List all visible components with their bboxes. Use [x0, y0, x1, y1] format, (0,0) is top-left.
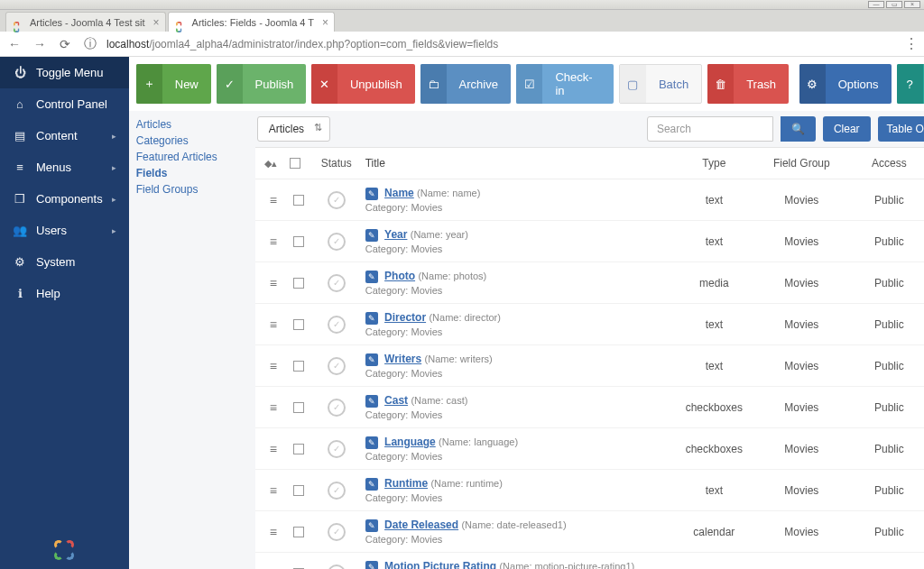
edit-icon[interactable]: ✎: [365, 312, 378, 325]
window-min-icon[interactable]: —: [868, 1, 884, 8]
browser-tab[interactable]: Articles: Fields - Joomla 4 T ×: [168, 12, 336, 32]
submenu-link[interactable]: Fields: [136, 165, 248, 181]
status-toggle[interactable]: ✓: [328, 523, 346, 541]
field-title-link[interactable]: Photo: [384, 270, 415, 282]
table-options-button[interactable]: Table Options ▾: [878, 116, 924, 142]
row-checkbox[interactable]: [293, 319, 304, 330]
field-title-link[interactable]: Date Released: [384, 519, 458, 531]
help-button[interactable]: ?Help: [897, 64, 924, 104]
status-toggle[interactable]: ✓: [328, 191, 346, 209]
drag-handle-icon[interactable]: ≡: [261, 483, 286, 498]
col-title[interactable]: Title: [362, 157, 677, 170]
drag-handle-icon[interactable]: ≡: [261, 359, 286, 373]
status-toggle[interactable]: ✓: [328, 482, 346, 500]
status-toggle[interactable]: ✓: [328, 399, 346, 417]
unpublish-button[interactable]: ✕Unpublish: [311, 64, 415, 104]
select-all-checkbox[interactable]: [290, 158, 300, 169]
edit-icon[interactable]: ✎: [365, 561, 378, 569]
submenu-link[interactable]: Field Groups: [136, 181, 248, 197]
sort-order-header[interactable]: ◆▴: [261, 158, 286, 170]
edit-icon[interactable]: ✎: [365, 271, 378, 283]
col-status[interactable]: Status: [311, 157, 362, 170]
edit-icon[interactable]: ✎: [365, 436, 378, 449]
status-toggle[interactable]: ✓: [328, 357, 346, 375]
edit-icon[interactable]: ✎: [365, 353, 378, 366]
field-title-link[interactable]: Name: [384, 187, 414, 199]
row-checkbox[interactable]: [293, 236, 304, 247]
submenu-link[interactable]: Categories: [136, 133, 248, 149]
new-button[interactable]: ＋New: [136, 64, 211, 104]
edit-icon[interactable]: ✎: [365, 519, 378, 532]
cell-fieldgroup: Movies: [752, 318, 851, 331]
back-icon[interactable]: ←: [5, 35, 23, 53]
edit-icon[interactable]: ✎: [365, 188, 378, 200]
search-input[interactable]: Search: [647, 116, 773, 142]
publish-button[interactable]: ✓Publish: [217, 64, 306, 104]
edit-icon[interactable]: ✎: [365, 478, 378, 491]
window-max-icon[interactable]: ▭: [886, 1, 902, 8]
drag-handle-icon[interactable]: ≡: [261, 276, 286, 290]
row-checkbox[interactable]: [293, 278, 304, 289]
col-fieldgroup[interactable]: Field Group: [752, 157, 851, 170]
field-title-link[interactable]: Writers: [384, 353, 421, 365]
field-title-link[interactable]: Motion Picture Rating: [384, 560, 496, 569]
row-checkbox[interactable]: [293, 485, 304, 496]
sidebar-item[interactable]: ⌂ Control Panel: [0, 88, 129, 120]
field-title-link[interactable]: Runtime: [384, 477, 428, 490]
drag-handle-icon[interactable]: ≡: [261, 234, 286, 249]
clear-button[interactable]: Clear: [823, 116, 871, 142]
checkin-button[interactable]: ☑Check-in: [516, 64, 614, 104]
submenu-link[interactable]: Featured Articles: [136, 149, 248, 165]
drag-handle-icon[interactable]: ≡: [261, 193, 286, 207]
status-toggle[interactable]: ✓: [328, 316, 346, 334]
cell-access: Public: [851, 194, 924, 206]
forward-icon[interactable]: →: [31, 35, 49, 53]
field-title-link[interactable]: Language: [384, 436, 436, 448]
drag-handle-icon[interactable]: ≡: [261, 442, 286, 456]
browser-tab[interactable]: Articles - Joomla 4 Test sit ×: [5, 12, 166, 32]
sidebar-item[interactable]: ≡ Menus ▸: [0, 151, 129, 183]
sidebar-item[interactable]: 👥 Users ▸: [0, 215, 129, 246]
browser-menu-icon[interactable]: ⋮: [904, 35, 919, 52]
col-type[interactable]: Type: [676, 157, 752, 170]
row-checkbox[interactable]: [293, 444, 304, 454]
row-checkbox[interactable]: [293, 195, 304, 206]
archive-button[interactable]: 🗀Archive: [420, 64, 511, 104]
sidebar-toggle[interactable]: ⏻ Toggle Menu: [0, 57, 129, 88]
row-checkbox[interactable]: [293, 361, 304, 372]
field-category: Category: Movies: [365, 451, 673, 462]
edit-icon[interactable]: ✎: [365, 229, 378, 242]
window-close-icon[interactable]: ×: [904, 1, 920, 8]
edit-icon[interactable]: ✎: [365, 395, 378, 408]
submenu-link[interactable]: Articles: [136, 116, 248, 133]
row-checkbox[interactable]: [293, 402, 304, 413]
favicon-icon: [14, 17, 24, 28]
url-field[interactable]: localhost/joomla4_alpha4/administrator/i…: [106, 38, 897, 50]
status-toggle[interactable]: ✓: [328, 440, 346, 458]
field-title-link[interactable]: Cast: [384, 394, 408, 407]
sidebar-item[interactable]: ℹ Help: [0, 278, 129, 309]
search-button[interactable]: 🔍: [781, 116, 816, 142]
info-icon[interactable]: ⓘ: [81, 35, 99, 53]
drag-handle-icon[interactable]: ≡: [261, 525, 286, 539]
row-checkbox[interactable]: [293, 527, 304, 537]
status-toggle[interactable]: ✓: [328, 274, 346, 292]
sidebar-item[interactable]: ❒ Components ▸: [0, 183, 129, 215]
context-select[interactable]: Articles: [257, 116, 330, 142]
drag-handle-icon[interactable]: ≡: [261, 566, 286, 570]
close-icon[interactable]: ×: [322, 16, 328, 29]
drag-handle-icon[interactable]: ≡: [261, 400, 286, 415]
field-title-link[interactable]: Year: [384, 228, 407, 241]
sidebar-item[interactable]: ⚙ System: [0, 246, 129, 278]
close-icon[interactable]: ×: [153, 16, 160, 29]
col-access[interactable]: Access: [851, 157, 924, 170]
field-title-link[interactable]: Director: [384, 311, 426, 324]
drag-handle-icon[interactable]: ≡: [261, 317, 286, 332]
status-toggle[interactable]: ✓: [328, 233, 346, 251]
status-toggle[interactable]: ✓: [328, 564, 346, 570]
reload-icon[interactable]: ⟳: [56, 35, 74, 53]
trash-button[interactable]: 🗑Trash: [707, 64, 789, 104]
batch-button[interactable]: ▢Batch: [619, 64, 702, 104]
sidebar-item[interactable]: ▤ Content ▸: [0, 120, 129, 151]
options-button[interactable]: ⚙Options: [799, 64, 892, 104]
